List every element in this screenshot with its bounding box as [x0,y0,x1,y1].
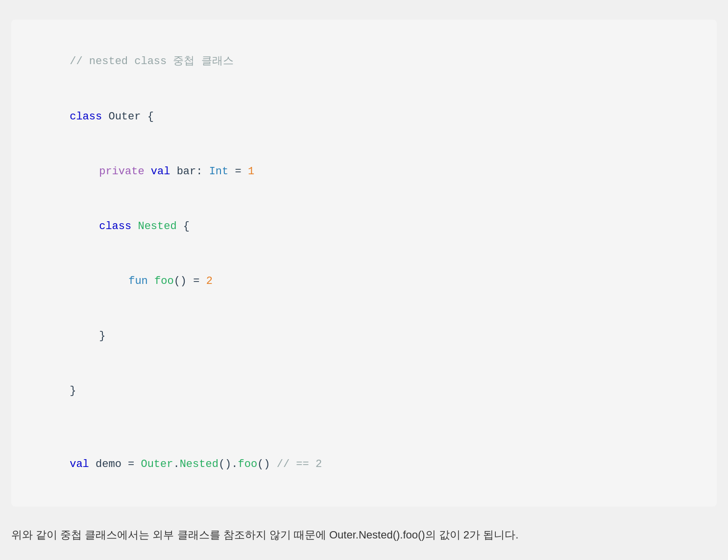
code-line-private-val: private val bar: Int = 1 [31,144,697,199]
number-1: 1 [248,165,254,178]
code-line-close-nested: } [31,309,697,364]
code-line-class-outer: class Outer { [31,89,697,144]
keyword-fun-1: fun [128,275,148,287]
nested-space [131,220,138,233]
code-block-nested: // nested class 중첩 클래스 class Outer { pri… [11,20,717,507]
comment-text-1: // nested class 중첩 클래스 [70,55,233,68]
close-brace-nested: } [99,330,105,342]
foo-name-1: foo [154,275,174,287]
demo-space-1: demo = [89,458,141,470]
class-outer-name-1: Outer { [102,111,154,123]
keyword-class-1: class [70,111,102,123]
bar-decl-1: bar: [170,165,209,178]
comment-eq-2: // == 2 [277,458,322,470]
keyword-private-1: private [99,165,144,178]
nested-ref-1: Nested [180,458,218,470]
description-text: 위와 같이 중첩 클래스에서는 외부 클래스를 참조하지 않기 때문에 Oute… [11,516,717,553]
call-end-1: () [257,458,277,470]
close-brace-outer-1: } [70,385,76,397]
foo-parens-1: () = [174,275,206,287]
call-1: (). [218,458,238,470]
type-int-1: Int [209,165,229,178]
equals-1: = [228,165,248,178]
comment-line-1: // nested class 중첩 클래스 [31,34,697,89]
fun-space-1 [148,275,154,287]
foo-ref-1: foo [238,458,258,470]
outer-ref-1: Outer [141,458,173,470]
description-content: 위와 같이 중첩 클래스에서는 외부 클래스를 참조하지 않기 때문에 Oute… [11,529,518,541]
page-content: // nested class 중첩 클래스 class Outer { pri… [11,10,717,560]
class-nested-name: Nested [138,220,176,233]
code-line-fun-foo: fun foo() = 2 [31,254,697,309]
plain-space-1 [145,165,151,178]
code-line-nested-class: class Nested { [31,199,697,254]
nested-brace: { [177,220,190,233]
code-line-blank-1 [31,419,697,437]
code-line-close-outer-1: } [31,364,697,419]
keyword-val-1: val [151,165,170,178]
code-line-val-demo-1: val demo = Outer.Nested().foo() // == 2 [31,437,697,492]
keyword-class-nested: class [99,220,131,233]
dot-1: . [173,458,179,470]
number-2: 2 [206,275,213,287]
keyword-val-demo-1: val [70,458,89,470]
